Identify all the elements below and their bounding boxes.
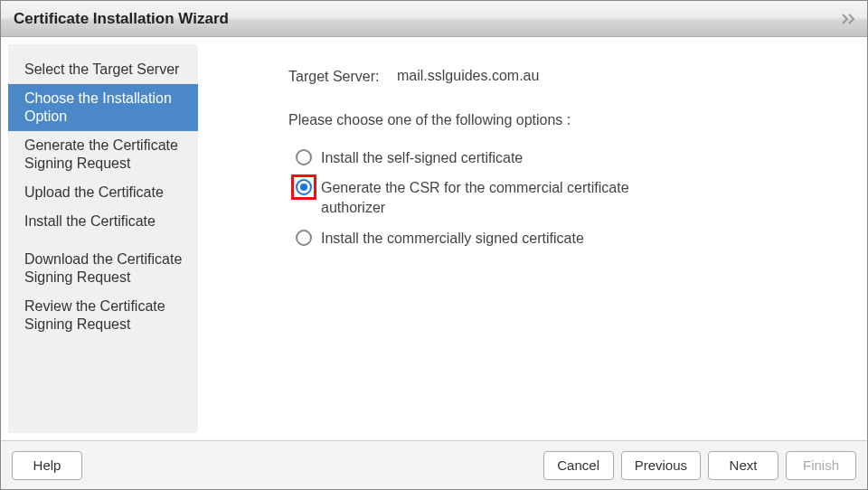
titlebar: Certificate Installation Wizard (1, 1, 867, 37)
radio-wrapper (292, 229, 316, 246)
sidebar-item-choose-option[interactable]: Choose the Installation Option (8, 84, 198, 131)
radio-wrapper (292, 178, 316, 195)
sidebar-item-install-cert[interactable]: Install the Certificate (8, 207, 198, 236)
sidebar-group: Select the Target Server Choose the Inst… (8, 55, 198, 236)
target-server-label: Target Server: (288, 68, 397, 87)
option-label: Install the commercially signed certific… (316, 229, 659, 249)
wizard-footer: Help Cancel Previous Next Finish (1, 440, 867, 489)
target-server-row: Target Server: mail.sslguides.com.au (288, 68, 833, 87)
option-self-signed[interactable]: Install the self-signed certificate (292, 148, 833, 168)
wizard-container: Certificate Installation Wizard Select t… (0, 0, 868, 490)
previous-button[interactable]: Previous (621, 451, 701, 480)
sidebar-group: Download the Certificate Signing Request… (8, 245, 198, 339)
next-button[interactable]: Next (708, 451, 778, 480)
expand-icon[interactable] (842, 13, 858, 25)
option-commercial-signed[interactable]: Install the commercially signed certific… (292, 229, 833, 249)
radio-icon[interactable] (296, 179, 312, 195)
footer-right: Cancel Previous Next Finish (543, 451, 856, 480)
selection-highlight (291, 174, 316, 200)
wizard-steps-sidebar: Select the Target Server Choose the Inst… (8, 44, 198, 433)
option-generate-csr[interactable]: Generate the CSR for the commercial cert… (292, 178, 833, 217)
main-panel: Target Server: mail.sslguides.com.au Ple… (198, 44, 860, 433)
install-options-group: Install the self-signed certificate Gene… (292, 148, 833, 248)
sidebar-item-generate-csr[interactable]: Generate the Certificate Signing Request (8, 131, 198, 178)
radio-dot-icon (300, 184, 307, 191)
options-prompt: Please choose one of the following optio… (288, 112, 833, 128)
target-server-value: mail.sslguides.com.au (397, 68, 539, 87)
option-label: Generate the CSR for the commercial cert… (316, 178, 659, 217)
radio-wrapper (292, 148, 316, 165)
wizard-title: Certificate Installation Wizard (14, 10, 229, 28)
help-button[interactable]: Help (12, 451, 82, 480)
radio-icon[interactable] (296, 149, 312, 165)
sidebar-item-download-csr[interactable]: Download the Certificate Signing Request (8, 245, 198, 292)
option-label: Install the self-signed certificate (316, 148, 659, 168)
footer-left: Help (12, 451, 82, 480)
sidebar-item-review-csr[interactable]: Review the Certificate Signing Request (8, 292, 198, 339)
cancel-button[interactable]: Cancel (543, 451, 614, 480)
sidebar-item-upload-cert[interactable]: Upload the Certificate (8, 178, 198, 207)
finish-button: Finish (786, 451, 856, 480)
radio-icon[interactable] (296, 230, 312, 246)
body-area: Select the Target Server Choose the Inst… (1, 37, 867, 440)
sidebar-item-select-target[interactable]: Select the Target Server (8, 55, 198, 84)
